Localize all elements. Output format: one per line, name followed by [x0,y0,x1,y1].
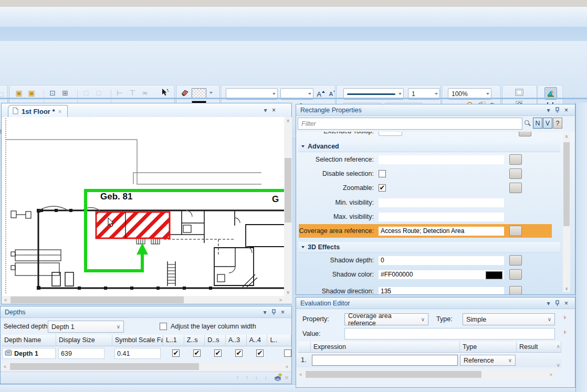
delete-depth-icon[interactable]: × [285,374,289,382]
properties-scroll-up-icon[interactable]: ∧ [563,134,570,139]
canvas-vscrollbar[interactable]: ∧ ∨ [284,117,292,296]
depths-menu-icon[interactable]: ▾ [260,308,269,316]
selection-reference-input[interactable] [379,155,504,164]
eval-expression-row[interactable]: 1. Reference∨ [296,353,561,367]
shadow-direction-eval-button[interactable] [509,286,522,294]
advanced-section-header[interactable]: Advanced [298,141,560,152]
effects-section-header[interactable]: 3D Effects [298,242,560,253]
page-setup-icon[interactable] [515,88,524,99]
canvas-scroll-up-icon[interactable]: ∧ [284,118,292,123]
col-zs[interactable]: Z..s [184,335,205,346]
eval-grid-scroll-up-icon[interactable]: ∧ [557,344,560,349]
red-hatched-area[interactable] [96,212,170,238]
depths-table-row[interactable]: Depth 1 639 0.41 ✔ ✔ ✔ ✔ ✔ ✔ [1,347,291,361]
canvas-scroll-right-icon[interactable]: > [279,298,282,303]
depth-name-cell[interactable]: Depth 1 [2,348,56,359]
fill-dropdown-arrow[interactable] [209,92,213,94]
fill-pattern-swatch[interactable] [192,88,206,98]
evaluation-pin-icon[interactable] [553,299,562,307]
canvas-scroll-left-icon[interactable]: < [4,298,7,303]
document-close-icon[interactable]: × [269,106,278,114]
shadow-depth-input[interactable] [379,256,504,265]
depths-scroll-left-icon[interactable]: < [4,364,6,369]
tab-1st-floor[interactable]: 1st Floor * × [8,105,68,118]
eval-type-combo[interactable]: Simple∨ [463,313,555,325]
align-top-icon[interactable]: ⊤ [128,88,137,98]
canvas-vscroll-thumb[interactable] [285,158,291,223]
col-symbol-scale-factor[interactable]: Symbol Scale Factor [112,335,163,346]
max-visibility-input[interactable] [379,213,504,221]
depths-close-icon[interactable]: × [278,308,287,316]
depths-hscroll-thumb[interactable] [10,363,199,370]
move-bottom-icon[interactable]: ↓ [264,373,268,381]
min-visibility-input[interactable] [379,198,504,207]
disable-selection-checkbox[interactable]: ✔ [379,170,386,177]
eval-value-input[interactable] [344,328,555,340]
tab-close-icon[interactable]: × [58,108,62,115]
col-ds[interactable]: D..s [205,335,226,346]
eval-row-type-combo[interactable]: Reference∨ [460,355,516,366]
shadow-color-eval-button[interactable] [509,269,522,280]
properties-pin-icon[interactable] [553,106,562,114]
move-down-icon[interactable]: ↓ [255,373,258,381]
group-icon[interactable]: □ [81,88,91,98]
selected-depth-combo[interactable]: Depth 1∨ [48,321,124,333]
pointer-mode-icon[interactable] [160,88,170,99]
properties-help-button[interactable]: ? [553,118,562,129]
col-display-size[interactable]: Display Size [56,335,112,346]
shadow-direction-input[interactable] [379,287,504,295]
evaluation-menu-icon[interactable]: ▾ [544,299,553,307]
coverage-area-eval-button[interactable] [509,226,522,236]
properties-vscroll-thumb[interactable] [563,142,570,226]
zoomable-checkbox[interactable]: ✔ [379,184,386,192]
symbol-scale-factor-cell[interactable]: 0.41 [114,348,161,359]
eval-hscrollbar[interactable]: < > [297,370,554,378]
properties-n-button[interactable]: N [533,118,542,129]
layer-check-2[interactable]: ✔ [193,349,201,357]
col-l2[interactable]: L.. [267,335,291,346]
canvas-hscroll-thumb[interactable] [11,296,184,303]
properties-filter-input[interactable] [298,118,522,130]
eval-col-type[interactable]: Type [460,342,517,353]
layer-check-3[interactable]: ✔ [214,349,222,357]
move-up-icon[interactable]: ↑ [245,373,249,381]
adjust-layer-width-checkbox[interactable]: ✔ [160,323,167,330]
col-depth-name[interactable]: Depth Name [2,335,56,346]
coverage-area-input[interactable] [379,227,504,236]
select-all-icon[interactable]: ⊡ [48,88,57,98]
selection-reference-eval-button[interactable] [509,154,522,165]
eval-col-expression[interactable]: Expression [311,342,460,353]
shadow-depth-eval-button[interactable] [509,255,522,266]
eval-expression-input[interactable] [312,355,458,366]
align-left-icon[interactable]: ⊢ [115,88,124,98]
properties-scroll-down-icon[interactable]: ∨ [563,286,570,291]
shadow-color-swatch[interactable] [486,271,502,279]
layer-check-6[interactable]: ✔ [284,349,291,357]
add-depth-icon[interactable] [274,373,282,383]
clipped-property-eval-button[interactable] [519,132,531,136]
eval-property-combo[interactable]: Coverage area reference∨ [344,313,428,325]
bring-forward-icon[interactable]: ▣ [14,88,24,98]
eval-scroll-right-icon[interactable]: > [550,372,552,377]
transform-selection-icon[interactable]: ⊞ [60,88,70,98]
properties-close-icon[interactable]: × [562,106,571,114]
depths-hscrollbar[interactable]: < > [2,363,290,370]
properties-v-button[interactable]: V [543,118,552,129]
eval-col-result[interactable]: Result [517,342,561,353]
properties-vscrollbar[interactable]: ∧ ∨ [563,133,570,292]
zoomable-eval-button[interactable] [509,183,522,193]
distribute-horizontal-icon[interactable]: ≍ [140,88,150,98]
display-size-cell[interactable]: 639 [58,348,104,359]
evaluation-close-icon[interactable]: × [562,299,571,307]
depths-pin-icon[interactable] [269,308,278,316]
clipped-property-combo[interactable] [379,132,402,136]
eval-grid-scroll-down-icon[interactable]: ∨ [557,363,560,368]
layer-check-5[interactable]: ✔ [256,349,264,357]
send-backward-icon[interactable]: ▣ [27,88,36,98]
disable-selection-eval-button[interactable] [509,168,522,179]
ungroup-icon[interactable]: □ [94,88,103,98]
eval-hscroll-thumb[interactable] [306,371,481,378]
move-top-icon[interactable]: ↑ [236,373,239,381]
col-a3[interactable]: A..3 [226,335,247,346]
canvas-scroll-down-icon[interactable]: ∨ [284,290,292,295]
